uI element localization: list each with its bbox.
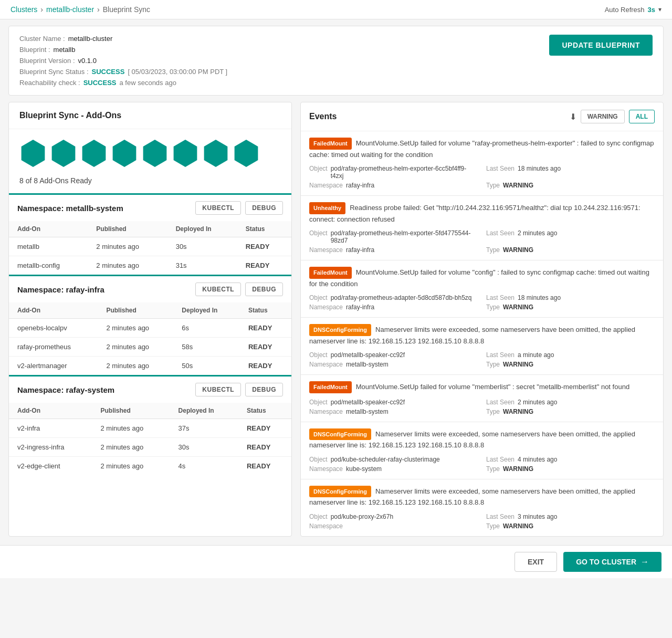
event-message: UnhealthyReadiness probe failed: Get "ht… — [309, 202, 655, 224]
addon-hex-1 — [19, 140, 47, 167]
addon-hex-8 — [233, 140, 260, 167]
event-namespace-label: Namespace — [309, 182, 343, 189]
event-lastseen-row: Last Seen 3 minutes ago — [486, 513, 655, 520]
reachability-row: Reachability check : SUCCESS a few secon… — [19, 79, 227, 87]
table-row: rafay-prometheus 2 minutes ago 58s READY — [9, 338, 291, 357]
event-namespace-row: Namespace — [309, 522, 478, 530]
namespace-rafay-system-title: Namespace: rafay-system — [17, 385, 114, 394]
event-lastseen-row: Last Seen 4 minutes ago — [486, 456, 655, 463]
event-namespace-row: Namespace kube-system — [309, 465, 478, 473]
addon-status: READY — [240, 338, 291, 357]
namespace-rafay-system-table: Add-On Published Deployed In Status v2-i… — [9, 403, 291, 475]
event-type-label: Type — [486, 465, 500, 473]
blueprint-label: Blueprint : — [19, 46, 50, 54]
table-row: v2-edge-client 2 minutes ago 4s READY — [9, 457, 291, 476]
addon-published: 2 minutes ago — [98, 338, 173, 357]
event-object-row: Object pod/kube-scheduler-rafay-clusteri… — [309, 456, 478, 463]
namespace-rafay-system-buttons: KUBECTL DEBUG — [195, 383, 283, 396]
go-to-cluster-button[interactable]: GO TO CLUSTER → — [563, 552, 662, 572]
event-object-label: Object — [309, 165, 328, 180]
event-type-row: Type WARNING — [486, 465, 655, 473]
all-filter-button[interactable]: ALL — [629, 110, 655, 123]
addon-icons — [9, 129, 291, 172]
event-card: UnhealthyReadiness probe failed: Get "ht… — [301, 196, 663, 260]
exit-button[interactable]: EXIT — [514, 552, 557, 572]
event-card: DNSConfigFormingNameserver limits were e… — [301, 318, 663, 375]
event-object-label: Object — [309, 351, 328, 359]
namespace-metallb-system-debug[interactable]: DEBUG — [245, 201, 283, 215]
namespace-rafay-infra: Namespace: rafay-infra KUBECTL DEBUG Add… — [9, 275, 291, 375]
event-type-value: WARNING — [503, 304, 533, 311]
download-icon[interactable]: ⬇ — [570, 112, 576, 122]
addon-published: 2 minutes ago — [92, 457, 170, 476]
blueprint-row: Blueprint : metallb — [19, 46, 227, 54]
event-badge: Unhealthy — [309, 202, 345, 214]
event-namespace-row: Namespace metallb-system — [309, 408, 478, 415]
namespace-metallb-system-kubectl[interactable]: KUBECTL — [195, 201, 241, 215]
namespace-rafay-infra-debug[interactable]: DEBUG — [245, 283, 283, 296]
namespace-metallb-system-header: Namespace: metallb-system KUBECTL DEBUG — [9, 195, 291, 221]
breadcrumb-cluster[interactable]: metallb-cluster — [46, 5, 94, 14]
col-status: Status — [237, 221, 291, 237]
namespace-rafay-system-debug[interactable]: DEBUG — [245, 383, 283, 396]
event-lastseen-row: Last Seen 18 minutes ago — [486, 165, 655, 180]
event-object-label: Object — [309, 399, 328, 406]
info-panel: Cluster Name : metallb-cluster Blueprint… — [8, 26, 664, 96]
event-type-label: Type — [486, 361, 500, 368]
col-deployed: Deployed In — [170, 403, 238, 419]
col-status: Status — [240, 302, 291, 319]
col-addon: Add-On — [9, 403, 92, 419]
bottom-bar: EXIT GO TO CLUSTER → — [0, 545, 672, 578]
namespace-rafay-infra-kubectl[interactable]: KUBECTL — [195, 283, 241, 296]
event-object-label: Object — [309, 294, 328, 301]
event-meta: Object pod/metallb-speaker-cc92f Last Se… — [309, 351, 655, 368]
namespace-rafay-system-header: Namespace: rafay-system KUBECTL DEBUG — [9, 376, 291, 403]
blueprint-version-label: Blueprint Version : — [19, 57, 75, 65]
event-type-label: Type — [486, 182, 500, 189]
event-object-label: Object — [309, 229, 328, 244]
event-object-value: pod/rafay-prometheus-helm-exporter-6cc5b… — [331, 165, 478, 180]
event-namespace-value: rafay-infra — [346, 246, 374, 254]
event-badge: DNSConfigForming — [309, 428, 371, 441]
event-object-value: pod/rafay-prometheus-adapter-5d8cd587db-… — [331, 294, 472, 301]
event-lastseen-label: Last Seen — [486, 513, 514, 520]
event-namespace-value: metallb-system — [346, 408, 388, 415]
namespace-rafay-system-kubectl[interactable]: KUBECTL — [195, 383, 241, 396]
col-addon: Add-On — [9, 221, 88, 237]
event-namespace-label: Namespace — [309, 361, 343, 368]
event-lastseen-value: a minute ago — [518, 351, 554, 359]
events-controls: ⬇ WARNING ALL — [570, 110, 655, 123]
event-type-row: Type WARNING — [486, 182, 655, 189]
warning-filter-button[interactable]: WARNING — [581, 110, 625, 123]
event-badge: FailedMount — [309, 138, 352, 150]
main-content: Blueprint Sync - Add-Ons 8 of 8 Add-Ons … — [8, 102, 664, 537]
event-card: FailedMountMountVolume.SetUp failed for … — [301, 131, 663, 196]
event-object-row: Object pod/kube-proxy-2x67h — [309, 513, 478, 520]
addon-deployed: 50s — [173, 357, 240, 375]
addon-status: READY — [237, 256, 291, 275]
event-meta: Object pod/kube-scheduler-rafay-clusteri… — [309, 456, 655, 473]
events-header: Events ⬇ WARNING ALL — [301, 102, 663, 131]
addon-hex-6 — [172, 140, 199, 167]
event-lastseen-value: 18 minutes ago — [518, 165, 561, 180]
addon-hex-3 — [80, 140, 108, 167]
addon-status: READY — [238, 438, 291, 457]
breadcrumb-current: Blueprint Sync — [103, 5, 150, 14]
breadcrumb-clusters[interactable]: Clusters — [10, 5, 37, 14]
addon-hex-5 — [141, 140, 169, 167]
breadcrumb-sep1: › — [40, 5, 43, 14]
addon-name: v2-ingress-infra — [9, 438, 92, 457]
cluster-name-label: Cluster Name : — [19, 35, 65, 43]
event-badge: FailedMount — [309, 381, 352, 393]
addon-published: 2 minutes ago — [88, 256, 167, 275]
update-blueprint-button[interactable]: UPDATE BLUEPRINT — [549, 35, 653, 56]
sync-status-timestamp: [ 05/03/2023, 03:00:00 PM PDT ] — [128, 68, 227, 76]
namespace-metallb-system-title: Namespace: metallb-system — [17, 204, 123, 213]
event-object-value: pod/kube-proxy-2x67h — [331, 513, 393, 520]
event-lastseen-value: 2 minutes ago — [518, 399, 557, 406]
chevron-down-icon[interactable]: ▾ — [658, 6, 662, 13]
blueprint-version-row: Blueprint Version : v0.1.0 — [19, 57, 227, 65]
addon-count: 8 of 8 Add-Ons Ready — [9, 172, 291, 193]
event-message: FailedMountMountVolume.SetUp failed for … — [309, 381, 655, 393]
event-type-row: Type WARNING — [486, 304, 655, 311]
